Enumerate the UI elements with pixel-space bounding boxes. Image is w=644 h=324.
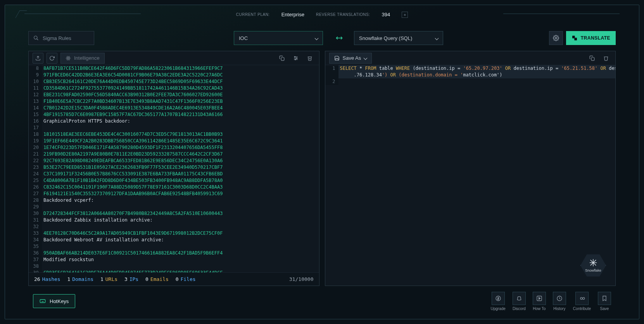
urls-label: URLs	[105, 276, 117, 282]
editor-line: 29	[29, 204, 319, 210]
footer-history-button[interactable]: History	[553, 292, 566, 311]
svg-rect-10	[281, 57, 284, 61]
footer-upgrade-button[interactable]: Upgrade	[491, 292, 506, 311]
hotkeys-button[interactable]: HotKeys	[33, 294, 75, 308]
editor-line: 13F1B40E6E5A7CBC22F7A0BD34607B13E7E3493B…	[29, 98, 319, 105]
copy-icon	[279, 55, 285, 61]
intelligence-button[interactable]: Intelligence	[60, 53, 105, 64]
files-label: Files	[180, 276, 195, 282]
editor-line: 26C832462C15C0041191F190F7A88D25089D57F7…	[29, 184, 319, 191]
refresh-button[interactable]	[47, 53, 57, 64]
footer-save-button[interactable]: Save	[598, 292, 611, 311]
svg-point-16	[295, 59, 295, 60]
filter-button[interactable]	[290, 53, 301, 64]
swap-button[interactable]	[335, 33, 344, 43]
emails-count: 0	[145, 276, 148, 282]
target-type-label: Snowflake Query (SQL)	[359, 35, 412, 41]
editor-line: 17	[29, 125, 319, 131]
editor-line: 2	[325, 78, 616, 85]
editor-line: 36950ADBAF66AB214DE037E6F1C00921C5017466…	[29, 250, 319, 256]
input-pane: Intelligence 88AFB71B7CE511B0BCE642F46D6…	[28, 51, 319, 286]
search-placeholder: Sigma Rules	[43, 35, 71, 41]
svg-rect-4	[574, 38, 577, 40]
output-pane: Save As 1SELECT * FROM table WHERE (dest…	[325, 51, 616, 286]
ips-label: IPs	[129, 276, 138, 282]
hotkeys-label: HotKeys	[50, 298, 69, 304]
footer-label: Discord	[513, 307, 526, 311]
footer-contribute-button[interactable]: Contribute	[573, 292, 591, 311]
reverse-translations-label: REVERSE TRANSLATIONS:	[316, 12, 370, 17]
status-bar: 26 Hashes 1 Domains 1 URLs 3 IPs 0 Email…	[29, 272, 319, 286]
plan-label: CURRENT PLAN:	[236, 12, 270, 17]
urls-count: 1	[100, 276, 104, 282]
editor-line: 34Backdoored Webroot AV installation arc…	[29, 237, 319, 243]
editor-line: 24C37C109171F32456B0E57B8676CC533091E387…	[29, 171, 319, 177]
editor-line: 1919F1EF66E449CF2A2B0283DBB756850CCA3961…	[29, 138, 319, 144]
clock-icon	[556, 295, 563, 301]
editor-line: 14C7B01242D2E15C3DA0F45B8ADEC4E6913E5348…	[29, 105, 319, 111]
translate-button[interactable]: TRANSLATE	[566, 31, 616, 45]
add-translations-button[interactable]: +	[402, 12, 408, 18]
copy-input-button[interactable]	[276, 53, 287, 64]
editor-line: 2292C7693E82A98D08249EDEAFBCA6533FED81B6…	[29, 158, 319, 164]
delete-output-button[interactable]	[601, 53, 611, 64]
editor-line: 12EBE231C98FAD02590FC56D5840ACC63B90312B…	[29, 92, 319, 98]
input-editor[interactable]: 88AFB71B7CE511B0BCE642F46D6FC5DD79FAD86A…	[29, 65, 319, 272]
editor-line: 31Backdoored Zabbix installation archive…	[29, 217, 319, 224]
footer-howto-button[interactable]: How To	[533, 292, 546, 311]
editor-line: 88AFB71B7CE511B0BCE642F46D6FC5DD79FAD86A…	[29, 65, 319, 72]
editor-line: 201E74CF0223D57FD046E171F4A58790280D4593…	[29, 144, 319, 151]
footer-label: Save	[600, 307, 609, 311]
editor-line: 10CB83E5CB264161C20DE76A44D0EDB450745E77…	[29, 78, 319, 85]
sliders-icon	[293, 55, 299, 61]
editor-line: 9971FBCED6C42DD2B6E3EA3E6C54D0081CF9B06E…	[29, 72, 319, 78]
ips-count: 3	[124, 276, 128, 282]
dollar-icon	[495, 295, 501, 301]
reverse-translations-count: 394	[382, 12, 390, 17]
source-type-dropdown[interactable]: IOC	[234, 31, 323, 45]
chevron-down-icon	[435, 36, 439, 40]
settings-button[interactable]	[549, 31, 563, 45]
infinity-icon	[579, 295, 585, 301]
editor-line: 38	[29, 263, 319, 270]
bookmark-icon	[601, 295, 608, 301]
save-icon	[334, 55, 340, 61]
refresh-icon	[49, 55, 55, 61]
footer-label: History	[553, 307, 565, 311]
source-type-label: IOC	[239, 35, 248, 41]
footer-label: Upgrade	[491, 307, 506, 311]
output-editor[interactable]: 1SELECT * FROM table WHERE (destination.…	[325, 65, 616, 286]
editor-line: 39CB83E5CB264161C20DE76A44D0EDB450745E77…	[29, 270, 319, 272]
delete-input-button[interactable]	[304, 53, 315, 64]
upload-icon	[35, 55, 41, 61]
emails-label: Emails	[150, 276, 169, 282]
translate-icon	[571, 35, 578, 41]
svg-point-2	[555, 37, 557, 39]
editor-line: 1818101518EAE3EEC6EBE453DE4C4C300160774D…	[29, 131, 319, 138]
editor-line: 16GraphicalProton HTTPS backdoor:	[29, 118, 319, 125]
upload-button[interactable]	[33, 53, 43, 64]
editor-line: 1SELECT * FROM table WHERE (destination.…	[325, 65, 616, 72]
footer-discord-button[interactable]: Discord	[513, 292, 526, 311]
save-as-button[interactable]: Save As	[329, 53, 372, 64]
search-input[interactable]: Sigma Rules	[28, 31, 94, 45]
domains-label: Domains	[72, 276, 93, 282]
editor-line: 11CD3584D61C2724F927553770924149BB518117…	[29, 85, 319, 92]
target-type-dropdown[interactable]: Snowflake Query (SQL)	[354, 31, 443, 45]
svg-point-6	[68, 57, 69, 58]
copy-output-button[interactable]	[587, 53, 597, 64]
editor-line: 35	[29, 243, 319, 250]
svg-rect-22	[40, 300, 45, 303]
search-icon	[33, 35, 39, 41]
editor-line: 334EE70128C70D646C5C2A9A17AD05949CB1FBF1…	[29, 230, 319, 237]
plan-value: Enterprise	[281, 12, 304, 17]
svg-rect-17	[591, 57, 594, 61]
footer-label: How To	[533, 307, 546, 311]
editor-line: 28Backdoored vcperf:	[29, 197, 319, 204]
editor-line: 154BF1915785D7C6E0987EB9C15857F7AC67DC36…	[29, 111, 319, 118]
translate-label: TRANSLATE	[581, 35, 610, 41]
atom-icon	[66, 55, 71, 61]
trash-icon	[307, 55, 313, 61]
editor-line: 30D724728344FCF3812A0664A80270F7B4980B82…	[29, 210, 319, 217]
svg-point-14	[294, 56, 295, 57]
